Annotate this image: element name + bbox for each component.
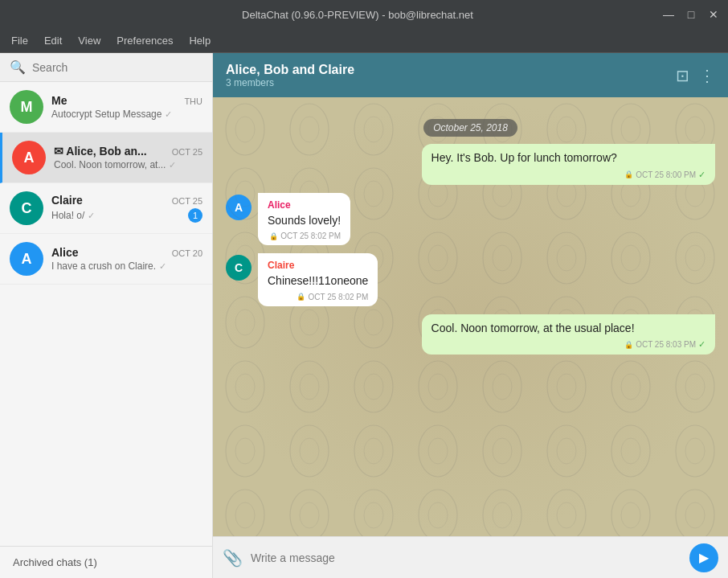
- archived-label: Archived chats (1): [13, 556, 97, 568]
- chat-preview: I have a crush on Claire. ✓: [51, 260, 202, 272]
- chat-time: OCT 25: [172, 147, 202, 157]
- message-text: Cool. Noon tomorrow, at the usual place!: [431, 321, 706, 337]
- double-check-icon: ✓: [698, 339, 706, 350]
- chat-header: Alice, Bob and Claire 3 members ⊡ ⋮: [213, 53, 728, 97]
- message-meta: 🔒 OCT 25 8:02 PM: [268, 293, 368, 301]
- incoming-message: Claire Chinese!!!11oneone 🔒 OCT 25 8:02 …: [258, 253, 378, 306]
- chat-preview: Hola! o/ ✓ 1: [51, 208, 202, 223]
- chat-item-alice[interactable]: A Alice OCT 20 I have a crush on Claire.…: [0, 234, 212, 285]
- avatar: M: [10, 90, 43, 124]
- chat-info: Me THU Autocrypt Setup Message ✓: [51, 94, 202, 120]
- titlebar-title: DeltaChat (0.96.0-PREVIEW) - bob@librech…: [55, 9, 661, 21]
- more-options-icon[interactable]: ⋮: [699, 66, 715, 85]
- message-meta: 🔒 OCT 25 8:03 PM ✓: [431, 339, 706, 350]
- incoming-message-row: C Claire Chinese!!!11oneone 🔒 OCT 25 8:0…: [226, 253, 715, 314]
- avatar: A: [12, 141, 46, 174]
- chat-item-me[interactable]: M Me THU Autocrypt Setup Message ✓: [0, 82, 212, 133]
- menu-item-file[interactable]: File: [3, 31, 36, 50]
- main-layout: 🔍 M Me THU Autocrypt Setup Message ✓ A ✉…: [0, 53, 728, 578]
- chat-time: OCT 20: [172, 248, 202, 258]
- input-bar: 📎 ▶: [213, 536, 728, 578]
- attach-icon[interactable]: 📎: [223, 548, 243, 568]
- avatar: A: [226, 195, 252, 220]
- outgoing-message: Hey. It's Bob. Up for lunch tomorrow? 🔒 …: [422, 144, 715, 185]
- messages-area: October 25, 2018 Hey. It's Bob. Up for l…: [213, 97, 728, 536]
- message-input[interactable]: [251, 551, 681, 564]
- sidebar: 🔍 M Me THU Autocrypt Setup Message ✓ A ✉…: [0, 53, 213, 578]
- chat-list: M Me THU Autocrypt Setup Message ✓ A ✉ A…: [0, 82, 212, 546]
- avatar: C: [226, 255, 252, 281]
- sender-name: Claire: [268, 260, 368, 271]
- check-icon: ✓: [88, 211, 95, 221]
- avatar: A: [10, 242, 43, 276]
- chat-info: Alice OCT 20 I have a crush on Claire. ✓: [51, 246, 202, 272]
- incoming-message: Alice Sounds lovely! 🔒 OCT 25 8:02 PM: [258, 193, 350, 246]
- video-call-icon[interactable]: ⊡: [676, 66, 689, 85]
- chat-time: THU: [184, 96, 202, 106]
- message-meta: 🔒 OCT 25 8:00 PM ✓: [431, 170, 706, 180]
- avatar: C: [10, 191, 43, 225]
- sender-name: Alice: [268, 199, 341, 211]
- chat-name: Alice: [51, 246, 78, 259]
- chat-name: Claire: [51, 194, 83, 207]
- chat-panel: Alice, Bob and Claire 3 members ⊡ ⋮ Octo…: [213, 53, 728, 578]
- close-button[interactable]: ✕: [706, 6, 722, 23]
- send-button[interactable]: ▶: [689, 543, 718, 572]
- titlebar-controls: — □ ✕: [661, 6, 722, 23]
- check-icon: ✓: [165, 109, 172, 120]
- date-separator: October 25, 2018: [226, 120, 715, 134]
- maximize-button[interactable]: □: [683, 6, 699, 23]
- chat-info: Claire OCT 25 Hola! o/ ✓ 1: [51, 194, 202, 223]
- search-input[interactable]: [32, 61, 202, 74]
- chat-preview: Autocrypt Setup Message ✓: [51, 109, 202, 120]
- search-icon: 🔍: [10, 59, 26, 75]
- chat-name: ✉ Alice, Bob an...: [54, 145, 147, 158]
- chat-item-group[interactable]: A ✉ Alice, Bob an... OCT 25 Cool. Noon t…: [0, 133, 212, 183]
- archived-chats[interactable]: Archived chats (1): [0, 546, 212, 578]
- chat-header-name: Alice, Bob and Claire: [226, 63, 666, 77]
- chat-header-info: Alice, Bob and Claire 3 members: [226, 63, 666, 88]
- chat-info: ✉ Alice, Bob an... OCT 25 Cool. Noon tom…: [54, 145, 202, 170]
- check-icon: ✓: [169, 160, 176, 170]
- lock-icon: 🔒: [297, 293, 305, 301]
- check-icon: ✓: [159, 261, 166, 272]
- lock-icon: 🔒: [269, 232, 278, 240]
- chat-item-claire[interactable]: C Claire OCT 25 Hola! o/ ✓ 1: [0, 183, 212, 234]
- titlebar: DeltaChat (0.96.0-PREVIEW) - bob@librech…: [0, 0, 728, 29]
- menubar: FileEditViewPreferencesHelp: [0, 29, 728, 53]
- double-check-icon: ✓: [698, 170, 706, 180]
- message-meta: 🔒 OCT 25 8:02 PM: [268, 232, 341, 240]
- chat-preview: Cool. Noon tomorrow, at... ✓: [54, 159, 202, 170]
- message-text: Sounds lovely!: [268, 213, 341, 229]
- incoming-message-row: A Alice Sounds lovely! 🔒 OCT 25 8:02 PM: [226, 193, 715, 254]
- chat-name: Me: [51, 94, 67, 107]
- search-bar: 🔍: [0, 53, 212, 82]
- lock-icon: 🔒: [624, 341, 633, 349]
- message-text: Chinese!!!11oneone: [268, 273, 368, 289]
- lock-icon: 🔒: [624, 170, 633, 178]
- outgoing-message: Cool. Noon tomorrow, at the usual place!…: [422, 314, 715, 355]
- menu-item-edit[interactable]: Edit: [36, 31, 70, 50]
- chat-time: OCT 25: [172, 196, 202, 206]
- minimize-button[interactable]: —: [661, 6, 677, 23]
- unread-badge: 1: [188, 208, 202, 223]
- menu-item-help[interactable]: Help: [181, 31, 219, 50]
- message-text: Hey. It's Bob. Up for lunch tomorrow?: [431, 150, 706, 166]
- menu-item-view[interactable]: View: [70, 31, 108, 50]
- chat-header-members: 3 members: [226, 77, 666, 88]
- menu-item-preferences[interactable]: Preferences: [108, 31, 181, 50]
